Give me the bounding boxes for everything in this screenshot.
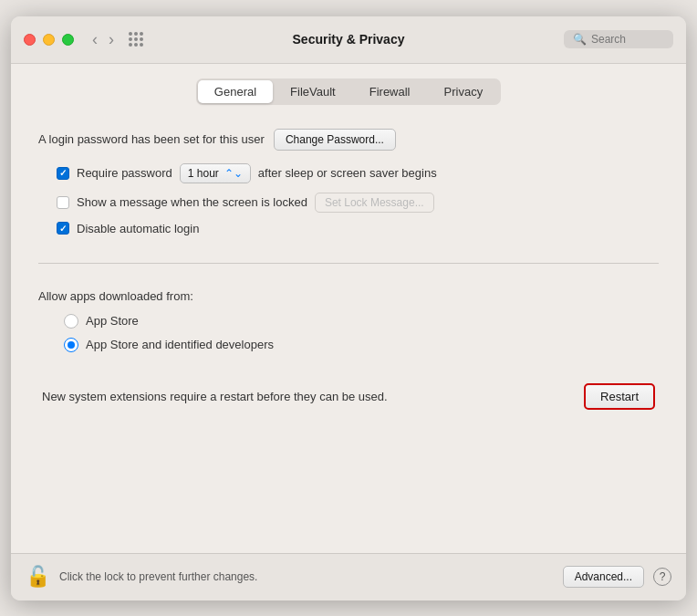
- disable-autologin-checkbox[interactable]: [57, 222, 69, 235]
- back-button[interactable]: ‹: [88, 29, 101, 49]
- require-password-suffix: after sleep or screen saver begins: [258, 166, 437, 180]
- nav-buttons: ‹ ›: [88, 29, 118, 49]
- close-button[interactable]: [24, 34, 36, 46]
- search-input[interactable]: [591, 33, 664, 46]
- grid-icon[interactable]: [129, 32, 143, 47]
- traffic-lights: [24, 34, 74, 46]
- tabs-container: General FileVault Firewall Privacy: [38, 64, 659, 116]
- maximize-button[interactable]: [62, 34, 74, 46]
- search-icon: 🔍: [573, 33, 587, 46]
- general-section: A login password has been set for this u…: [38, 129, 659, 245]
- set-lock-message-button[interactable]: Set Lock Message...: [315, 193, 434, 213]
- minimize-button[interactable]: [43, 34, 55, 46]
- lock-text: Click the lock to prevent further change…: [59, 570, 554, 583]
- app-store-identified-radio-row: App Store and identified developers: [64, 338, 659, 352]
- login-password-text: A login password has been set for this u…: [38, 132, 265, 146]
- window-title: Security & Privacy: [293, 32, 405, 47]
- tab-firewall[interactable]: Firewall: [353, 80, 427, 103]
- change-password-button[interactable]: Change Password...: [274, 129, 396, 151]
- login-password-row: A login password has been set for this u…: [38, 129, 659, 151]
- app-store-identified-radio[interactable]: [64, 338, 78, 352]
- app-store-radio-row: App Store: [64, 314, 659, 329]
- require-password-checkbox[interactable]: [57, 167, 69, 180]
- forward-button[interactable]: ›: [105, 29, 118, 49]
- show-message-row: Show a message when the screen is locked…: [57, 193, 659, 213]
- tab-bar: General FileVault Firewall Privacy: [196, 78, 501, 105]
- tab-general[interactable]: General: [198, 80, 273, 103]
- content: General FileVault Firewall Privacy A log…: [11, 64, 686, 553]
- window: ‹ › Security & Privacy 🔍 General FileVau…: [11, 16, 686, 600]
- allow-apps-section: Allow apps downloaded from: App Store Ap…: [38, 289, 659, 361]
- require-password-row: Require password 1 hour ⌃⌄ after sleep o…: [57, 163, 659, 183]
- restart-row: New system extensions require a restart …: [38, 383, 659, 410]
- extensions-message: New system extensions require a restart …: [42, 390, 584, 403]
- advanced-button[interactable]: Advanced...: [563, 566, 644, 588]
- show-message-label: Show a message when the screen is locked: [77, 195, 307, 209]
- password-timeout-dropdown[interactable]: 1 hour ⌃⌄: [180, 163, 251, 183]
- password-timeout-value: 1 hour: [188, 167, 219, 180]
- app-store-label: App Store: [86, 314, 139, 328]
- disable-autologin-label: Disable automatic login: [77, 222, 199, 235]
- tab-filevault[interactable]: FileVault: [274, 80, 352, 103]
- disable-autologin-row: Disable automatic login: [57, 222, 659, 235]
- require-password-label: Require password: [77, 166, 172, 180]
- restart-button[interactable]: Restart: [584, 383, 655, 410]
- lock-icon[interactable]: 🔓: [26, 565, 50, 589]
- help-button[interactable]: ?: [653, 568, 671, 586]
- titlebar: ‹ › Security & Privacy 🔍: [11, 16, 686, 64]
- tab-privacy[interactable]: Privacy: [428, 80, 500, 103]
- search-area[interactable]: 🔍: [564, 30, 673, 48]
- allow-apps-label: Allow apps downloaded from:: [38, 289, 659, 303]
- app-store-radio[interactable]: [64, 314, 78, 329]
- section-divider: [38, 263, 659, 264]
- dropdown-arrow-icon: ⌃⌄: [224, 167, 243, 180]
- show-message-checkbox[interactable]: [57, 196, 69, 209]
- app-store-identified-label: App Store and identified developers: [86, 338, 274, 351]
- bottom-bar: 🔓 Click the lock to prevent further chan…: [11, 553, 686, 600]
